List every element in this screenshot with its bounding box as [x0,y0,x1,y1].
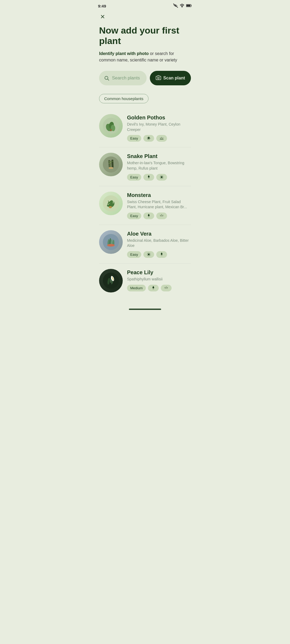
wifi-icon [180,4,184,8]
subtitle: Identify plant with photo or search for … [99,50,191,63]
svg-point-50 [153,288,154,290]
plant-aliases: Devil's Ivy, Money Plant, Ceylon Creeper [127,122,191,132]
svg-rect-3 [186,5,190,6]
difficulty-tag: Easy [127,213,141,219]
plant-info: Aloe Vera Medicinal Aloe, Barbados Aloe,… [127,230,191,258]
plant-tags: Easy [127,174,191,181]
search-input-wrap[interactable] [99,71,147,85]
list-item[interactable]: Snake Plant Mother-in-law's Tongue, Bows… [99,147,191,186]
light-tag-2 [156,174,167,181]
plant-aliases: Medicinal Aloe, Barbados Aloe, Bitter Al… [127,238,191,248]
search-icon [104,75,109,81]
camera-icon [156,75,161,81]
plant-name: Monstera [127,192,191,198]
svg-point-34 [148,216,150,218]
plant-aliases: Mother-in-law's Tongue, Bowstring hemp, … [127,160,191,171]
search-row: Scan plant [99,71,191,85]
light-tag-2 [161,285,172,291]
svg-point-23 [161,176,162,178]
list-item[interactable]: Aloe Vera Medicinal Aloe, Barbados Aloe,… [99,225,191,264]
svg-line-30 [162,176,163,176]
avatar [99,153,123,176]
difficulty-tag: Medium [127,285,146,291]
plant-name: Snake Plant [127,153,191,159]
light-tag-1 [143,135,154,142]
light-tag-1 [143,174,154,181]
svg-point-37 [148,254,150,255]
svg-line-31 [160,178,161,178]
plant-info: Snake Plant Mother-in-law's Tongue, Bows… [127,153,191,180]
subtitle-bold: Identify plant with photo [99,51,149,56]
svg-line-45 [147,255,148,256]
difficulty-tag: Easy [127,135,141,142]
main-content: ✕ Now add your first plant Identify plan… [93,11,197,304]
svg-point-12 [148,139,150,140]
plant-tags: Medium [127,285,191,291]
svg-line-42 [147,253,148,254]
plant-aliases: Spathiphyllum wallisii [127,277,191,282]
status-icons [173,3,192,9]
svg-point-46 [161,255,162,256]
difficulty-tag: Easy [127,174,141,181]
list-item[interactable]: Peace Lily Spathiphyllum wallisii Medium [99,264,191,298]
avatar [99,114,123,138]
svg-point-6 [158,77,160,79]
svg-line-28 [160,176,161,176]
svg-line-29 [162,178,163,178]
svg-rect-11 [110,129,112,131]
plant-name: Peace Lily [127,269,191,276]
plant-info: Peace Lily Spathiphyllum wallisii Medium [127,269,191,291]
scan-label: Scan plant [163,76,185,80]
plant-aliases: Swiss Cheese Plant, Fruit Salad Plant, H… [127,199,191,210]
svg-line-43 [150,255,150,256]
avatar [99,230,123,254]
search-input[interactable] [112,75,142,81]
mute-icon [173,3,178,9]
avatar [99,192,123,215]
plant-tags: Easy [127,213,191,219]
page-title: Now add your first plant [99,25,191,46]
scan-plant-button[interactable]: Scan plant [150,71,191,85]
plant-info: Golden Pothos Devil's Ivy, Money Plant, … [127,114,191,142]
svg-line-44 [150,253,150,254]
list-item[interactable]: Monstera Swiss Cheese Plant, Fruit Salad… [99,186,191,225]
avatar [99,269,123,292]
light-tag-1 [143,251,154,258]
plant-tags: Easy [127,251,191,258]
light-tag-2 [156,135,167,142]
light-tag-1 [143,213,154,219]
close-icon: ✕ [100,13,105,20]
filter-chip-houseplants[interactable]: Common houseplants [99,94,148,103]
svg-point-33 [109,206,112,208]
svg-point-36 [107,244,115,247]
light-tag-2 [156,251,167,258]
battery-icon [186,4,192,8]
svg-line-5 [108,79,109,80]
light-tag-2 [156,213,167,219]
status-bar: 9:49 [93,0,197,11]
plant-name: Golden Pothos [127,115,191,121]
close-button[interactable]: ✕ [99,13,106,21]
plant-info: Monstera Swiss Cheese Plant, Fruit Salad… [127,192,191,219]
svg-rect-21 [109,167,113,169]
plant-name: Aloe Vera [127,231,191,237]
difficulty-tag: Easy [127,251,141,258]
light-tag-1 [148,285,159,291]
home-indicator [129,309,161,310]
list-item[interactable]: Golden Pothos Devil's Ivy, Money Plant, … [99,109,191,147]
svg-rect-16 [111,160,114,168]
svg-point-22 [148,178,150,179]
plant-list: Golden Pothos Devil's Ivy, Money Plant, … [99,109,191,298]
plant-tags: Easy [127,135,191,142]
status-time: 9:49 [98,4,106,8]
